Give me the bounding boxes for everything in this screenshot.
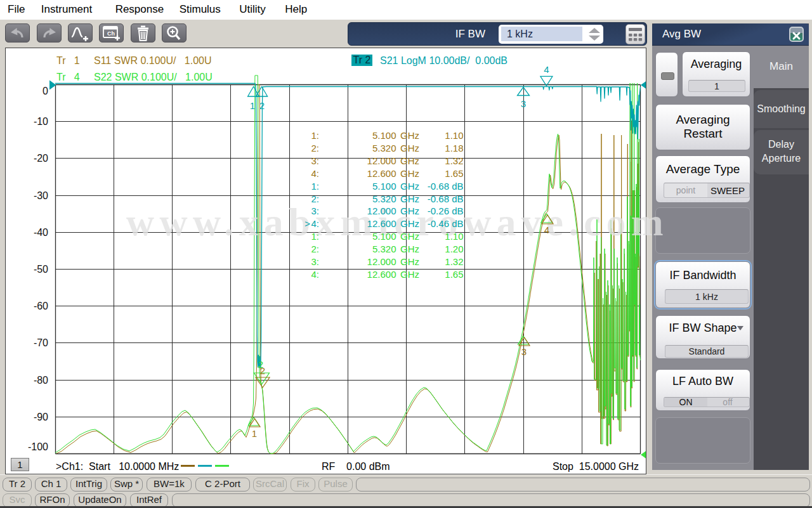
svg-text:12.600: 12.600 [367,269,396,280]
svg-text:GHz: GHz [400,130,419,141]
svg-text:5.100: 5.100 [372,181,396,192]
svg-text:4:: 4: [311,269,319,280]
svg-text:GHz: GHz [400,181,419,192]
svg-text:-0.26 dB: -0.26 dB [428,205,464,216]
svg-text:-0.46 dB: -0.46 dB [428,218,464,229]
svg-text:1: 1 [250,100,255,111]
svg-text:12.000: 12.000 [367,256,396,267]
svg-text:GHz: GHz [400,155,419,166]
svg-text:1.20: 1.20 [445,244,463,254]
svg-text:2:: 2: [311,244,319,254]
svg-text:Ch: Ch [107,30,115,37]
svg-text:5.100: 5.100 [372,130,396,141]
svg-text:2: 2 [259,100,265,111]
svg-text:3: 3 [521,98,526,109]
svg-text:5.320: 5.320 [372,193,396,204]
svg-text:2: 2 [260,365,265,376]
svg-text:3: 3 [521,346,527,357]
svg-text:12.600: 12.600 [367,168,396,179]
svg-text:2:: 2: [311,193,319,204]
svg-text:12.000: 12.000 [367,155,396,166]
svg-text:GHz: GHz [400,218,419,229]
svg-text:5.320: 5.320 [372,143,396,153]
svg-text:GHz: GHz [400,244,419,254]
svg-text:3:: 3: [311,256,319,267]
svg-text:GHz: GHz [400,143,419,153]
svg-text:GHz: GHz [400,205,419,216]
svg-text:>: > [304,218,310,229]
svg-text:1:: 1: [311,181,319,192]
svg-text:4:: 4: [311,218,319,229]
svg-text:GHz: GHz [400,231,419,242]
svg-text:1.65: 1.65 [445,269,463,280]
svg-text:1: 1 [252,428,257,439]
svg-text:GHz: GHz [400,256,419,267]
svg-text:1:: 1: [311,231,319,242]
svg-text:1.32: 1.32 [445,256,463,267]
svg-text:1.32: 1.32 [445,155,463,166]
svg-text:GHz: GHz [400,193,419,204]
svg-text:5.320: 5.320 [372,244,396,254]
svg-text:3:: 3: [311,205,319,216]
svg-text:1.18: 1.18 [445,143,463,153]
svg-text:2:: 2: [311,143,319,153]
svg-text:-0.68 dB: -0.68 dB [428,193,464,204]
svg-text:1.65: 1.65 [445,168,463,179]
svg-text:GHz: GHz [400,269,419,280]
svg-text:GHz: GHz [400,168,419,179]
svg-text:12.600: 12.600 [367,218,396,229]
svg-text:-0.68 dB: -0.68 dB [428,181,464,192]
svg-text:3:: 3: [311,155,319,166]
svg-text:1:: 1: [311,130,319,141]
svg-text:12.000: 12.000 [367,205,396,216]
svg-text:5.100: 5.100 [372,231,396,242]
svg-text:1.10: 1.10 [445,130,463,141]
svg-text:1.10: 1.10 [445,231,463,242]
svg-text:4: 4 [544,225,549,235]
svg-text:4: 4 [544,64,549,75]
svg-text:4:: 4: [311,168,319,179]
